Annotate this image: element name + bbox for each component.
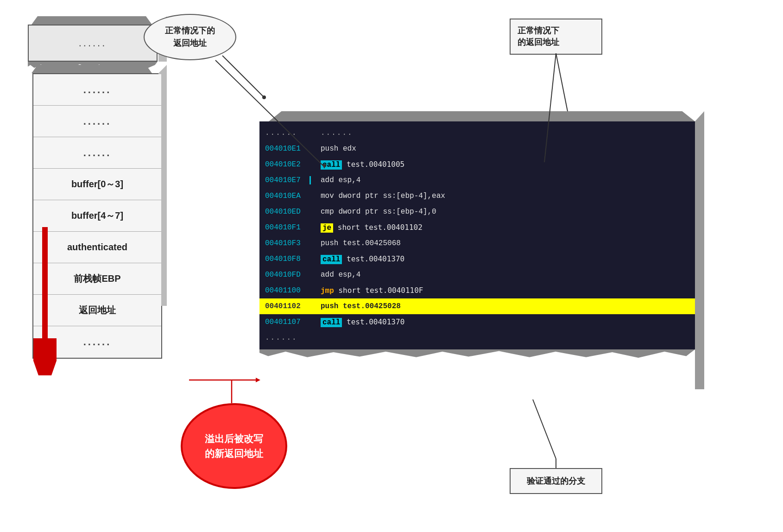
callout-verified-branch: 验证通过的分支 <box>510 468 602 494</box>
code-line-f8: 004010F8 call test.00401370 <box>259 251 695 267</box>
code-line-f3: 004010F3 push test.00425068 <box>259 235 695 251</box>
stack-row-dots3: ...... <box>33 137 161 169</box>
code-line-ed: 004010ED cmp dword ptr ss:[ebp-4],0 <box>259 204 695 220</box>
callout-normal-return-left: 正常情况下的 返回地址 <box>144 14 236 60</box>
callout-normal-return-right: 正常情况下 的返回地址 <box>510 19 602 55</box>
code-line-e7: 004010E7 add esp,4 <box>259 172 695 188</box>
top-stack-piece: ...... <box>28 16 158 70</box>
code-line-107: 00401107 call test.00401370 <box>259 314 695 330</box>
code-panel: ...... ...... 004010E1 push edx 004010E2… <box>259 111 704 361</box>
svg-line-11 <box>533 399 556 459</box>
callout-overflow-return: 溢出后被改写 的新返回地址 <box>181 403 287 489</box>
code-line-100: 00401100 jmp short test.0040110F <box>259 283 695 298</box>
code-dots-bottom: ...... <box>259 330 695 346</box>
code-dots-top: ...... ...... <box>259 125 695 141</box>
code-line-e2: 004010E2 call test.00401005 <box>259 157 695 172</box>
stack-row-buffer03: buffer[0～3] <box>33 169 161 200</box>
svg-line-2 <box>222 56 264 97</box>
svg-point-3 <box>262 95 266 99</box>
code-line-ea: 004010EA mov dword ptr ss:[ebp-4],eax <box>259 188 695 204</box>
code-line-102-highlighted: 00401102 push test.00425028 <box>259 298 695 314</box>
svg-marker-9 <box>256 378 260 382</box>
code-line-fd: 004010FD add esp,4 <box>259 267 695 283</box>
red-arrow <box>33 227 57 375</box>
stack-row-dots2: ...... <box>33 106 161 137</box>
code-line-f1: 004010F1 je short test.00401102 <box>259 220 695 235</box>
top-stack-dots: ...... <box>79 37 107 49</box>
stack-row-dots1: ...... <box>33 74 161 106</box>
code-line-e1: 004010E1 push edx <box>259 141 695 157</box>
